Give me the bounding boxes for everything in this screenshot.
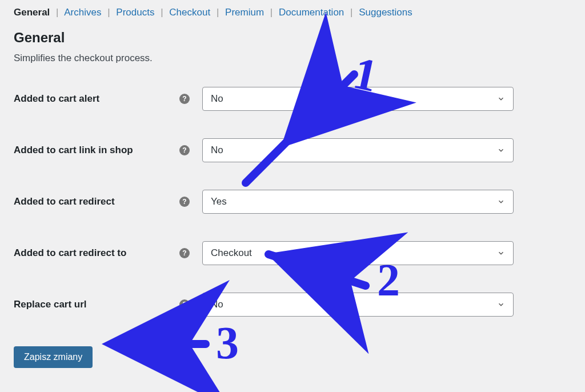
field-label: Added to cart alert [14, 93, 179, 105]
help-icon[interactable]: ? [179, 197, 190, 207]
select-added-to-cart-link[interactable]: No [202, 138, 514, 162]
select-added-to-cart-redirect[interactable]: Yes [202, 190, 514, 214]
chevron-down-icon [497, 249, 505, 257]
field-label: Replace cart url [14, 299, 179, 310]
tab-checkout[interactable]: Checkout [169, 7, 210, 18]
field-label: Added to cart link in shop [14, 145, 179, 156]
help-icon[interactable]: ? [179, 145, 190, 155]
save-button[interactable]: Zapisz zmiany [14, 346, 93, 368]
tab-separator: | [107, 7, 110, 18]
tab-premium[interactable]: Premium [225, 7, 264, 18]
field-label: Added to cart redirect to [14, 247, 179, 259]
chevron-down-icon [497, 146, 505, 154]
tab-separator: | [270, 7, 273, 18]
field-label: Added to cart redirect [14, 196, 179, 207]
tab-separator: | [350, 7, 352, 18]
select-value: Checkout [211, 247, 252, 259]
section-description: Simplifies the checkout process. [14, 53, 571, 64]
annotation-number-2: 2 [377, 257, 400, 303]
help-icon[interactable]: ? [179, 248, 190, 258]
select-replace-cart-url[interactable]: No [202, 293, 514, 317]
field-row-added-to-cart-alert: Added to cart alert ? No [14, 87, 571, 111]
select-added-to-cart-redirect-to[interactable]: Checkout [202, 241, 514, 265]
tab-separator: | [56, 7, 58, 18]
field-row-replace-cart-url: Replace cart url ? No [14, 293, 571, 317]
chevron-down-icon [497, 95, 505, 103]
field-row-added-to-cart-redirect-to: Added to cart redirect to ? Checkout [14, 241, 571, 265]
annotation-number-3: 3 [216, 320, 239, 366]
tab-bar: General | Archives | Products | Checkout… [14, 5, 571, 30]
field-row-added-to-cart-link: Added to cart link in shop ? No [14, 138, 571, 162]
select-value: Yes [211, 196, 227, 207]
tab-archives[interactable]: Archives [64, 7, 101, 18]
chevron-down-icon [497, 301, 505, 309]
help-icon[interactable]: ? [179, 299, 190, 310]
help-icon[interactable]: ? [179, 94, 190, 104]
section-title: General [14, 30, 571, 46]
select-value: No [211, 299, 223, 310]
field-row-added-to-cart-redirect: Added to cart redirect ? Yes [14, 190, 571, 214]
tab-suggestions[interactable]: Suggestions [359, 7, 412, 18]
select-value: No [211, 93, 223, 105]
tab-general[interactable]: General [14, 7, 50, 18]
tab-documentation[interactable]: Documentation [279, 7, 344, 18]
tab-products[interactable]: Products [116, 7, 154, 18]
tab-separator: | [217, 7, 219, 18]
tab-separator: | [161, 7, 163, 18]
select-value: No [211, 145, 223, 156]
chevron-down-icon [497, 198, 505, 206]
